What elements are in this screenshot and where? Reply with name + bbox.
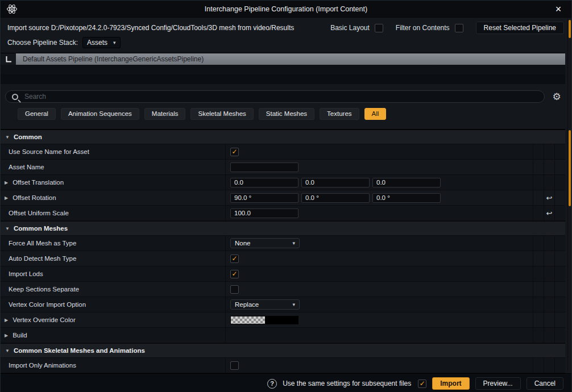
property-row-offset-rotation: ▶ Offset Rotation ↩ — [1, 190, 565, 206]
grid-cell — [554, 236, 565, 251]
offset-translation-y-input[interactable] — [301, 178, 370, 187]
collapse-arrow-icon: ▼ — [5, 226, 10, 231]
tab-textures[interactable]: Textures — [320, 108, 359, 120]
pipeline-list-item-selected[interactable]: Default Assets Pipeline (InterchangeGene… — [1, 53, 565, 65]
grid-cell — [554, 297, 565, 312]
property-row-auto-detect-mesh-type: Auto Detect Mesh Type ✓ — [1, 251, 565, 266]
keep-sections-separate-checkbox[interactable]: ✓ — [230, 285, 239, 294]
collapse-arrow-icon: ▼ — [5, 135, 10, 140]
section-common-meshes[interactable]: ▼ Common Meshes — [1, 221, 565, 236]
import-source-path: Import source D:/Pixotope/24.2.0-7923/Sy… — [7, 24, 294, 32]
grid-cell — [544, 236, 554, 251]
basic-layout-label: Basic Layout — [330, 24, 370, 32]
vertex-color-import-option-dropdown[interactable]: Replace ▾ — [230, 299, 300, 310]
grid-cell — [554, 358, 565, 373]
grid-cell — [544, 175, 554, 190]
grid-cell — [554, 175, 565, 190]
offset-translation-z-input[interactable] — [372, 178, 441, 187]
import-button[interactable]: Import — [432, 377, 469, 390]
grid-cell — [554, 160, 565, 174]
footer-bar: ? Use the same settings for subsequent f… — [1, 373, 571, 392]
reset-to-default-icon[interactable]: ↩ — [546, 194, 553, 202]
offset-uniform-scale-input[interactable] — [230, 208, 299, 218]
grid-cell — [544, 251, 554, 266]
asset-name-input[interactable] — [230, 162, 299, 172]
tab-skeletal-meshes[interactable]: Skeletal Meshes — [190, 108, 253, 120]
app-logo-atom-icon — [6, 3, 18, 15]
offset-rotation-y-input[interactable] — [301, 193, 370, 203]
property-label: Import Only Animations — [9, 362, 76, 369]
grid-cell — [533, 206, 544, 220]
reset-selected-pipeline-button[interactable]: Reset Selected Pipeline — [476, 22, 564, 34]
section-common[interactable]: ▼ Common — [1, 130, 565, 144]
check-icon: ✓ — [231, 255, 237, 262]
help-icon[interactable]: ? — [267, 379, 277, 389]
preview-button[interactable]: Preview... — [475, 377, 521, 390]
grid-cell — [554, 144, 565, 159]
property-row-vertex-override-color: ▶ Vertex Override Color — [1, 312, 565, 328]
property-row-force-all-mesh-as-type: Force All Mesh as Type None ▾ — [1, 236, 565, 251]
reset-to-default-icon[interactable]: ↩ — [546, 210, 553, 217]
property-row-build: ▶ Build — [1, 328, 565, 343]
pipeline-list-panel: Default Assets Pipeline (InterchangeGene… — [1, 53, 565, 84]
search-input[interactable] — [23, 92, 538, 101]
chevron-down-icon: ▾ — [113, 40, 116, 45]
offset-rotation-z-input[interactable] — [372, 193, 441, 203]
filter-on-contents-label: Filter on Contents — [396, 24, 450, 32]
vertex-override-color-swatch[interactable] — [230, 316, 299, 324]
tab-all[interactable]: All — [364, 108, 387, 120]
auto-detect-mesh-type-checkbox[interactable]: ✓ — [230, 255, 239, 263]
subsequent-files-checkbox[interactable]: ✓ — [418, 380, 426, 388]
grid-cell — [544, 297, 554, 312]
force-mesh-type-dropdown[interactable]: None ▾ — [230, 238, 300, 248]
choose-pipeline-stack-label: Choose Pipeline Stack: — [7, 39, 78, 47]
property-label: Import Lods — [9, 270, 43, 277]
property-row-import-only-animations: Import Only Animations ✓ — [1, 358, 565, 373]
search-box[interactable] — [5, 90, 545, 103]
expand-arrow-icon[interactable]: ▶ — [5, 318, 8, 323]
section-common-skeletal-meshes-and-animations[interactable]: ▼ Common Skeletal Meshes and Animations — [1, 343, 565, 358]
property-label: Offset Translation — [13, 179, 64, 186]
tab-materials[interactable]: Materials — [144, 108, 186, 120]
expand-arrow-icon[interactable]: ▶ — [5, 333, 8, 338]
expand-arrow-icon[interactable]: ▶ — [5, 180, 8, 185]
gear-icon[interactable]: ⚙ — [549, 92, 564, 102]
grid-cell — [554, 251, 565, 266]
grid-cell — [533, 297, 544, 312]
section-title: Common — [14, 134, 42, 140]
close-icon[interactable]: × — [551, 4, 566, 14]
cancel-button[interactable]: Cancel — [527, 377, 563, 390]
tab-general[interactable]: General — [18, 108, 56, 120]
check-icon: ✓ — [231, 148, 237, 155]
property-row-asset-name: Asset Name — [1, 160, 565, 175]
property-row-keep-sections-separate: Keep Sections Separate ✓ — [1, 282, 565, 297]
property-label: Auto Detect Mesh Type — [9, 255, 76, 262]
vertical-scrollbar[interactable] — [567, 18, 571, 371]
property-label: Build — [13, 332, 27, 339]
pipeline-stack-dropdown[interactable]: Assets ▾ — [82, 37, 121, 48]
category-tabs: General Animation Sequences Materials Sk… — [1, 105, 571, 122]
import-only-animations-checkbox[interactable]: ✓ — [230, 361, 239, 370]
grid-cell — [544, 328, 554, 343]
expand-arrow-icon[interactable]: ▶ — [5, 195, 8, 201]
offset-translation-x-input[interactable] — [230, 178, 299, 187]
property-label: Vertex Color Import Option — [9, 301, 86, 308]
basic-layout-checkbox[interactable]: ✓ — [375, 24, 383, 32]
use-source-name-checkbox[interactable]: ✓ — [230, 148, 239, 156]
grid-cell: ↩ — [544, 190, 554, 205]
grid-cell — [533, 190, 544, 205]
dropdown-value: Replace — [235, 301, 259, 308]
interchange-pipeline-dialog: Interchange Pipeline Configuration (Impo… — [0, 0, 572, 392]
grid-cell — [554, 328, 565, 343]
tab-static-meshes[interactable]: Static Meshes — [259, 108, 314, 120]
import-lods-checkbox[interactable]: ✓ — [230, 270, 239, 278]
tab-animation-sequences[interactable]: Animation Sequences — [61, 108, 139, 120]
scrollbar-thumb[interactable] — [569, 20, 571, 38]
offset-rotation-x-input[interactable] — [230, 193, 299, 203]
property-label: Force All Mesh as Type — [9, 240, 76, 247]
toolbar-row-2: Choose Pipeline Stack: Assets ▾ — [1, 35, 571, 49]
filter-on-contents-checkbox[interactable]: ✓ — [455, 24, 463, 32]
pipeline-stack-value: Assets — [87, 39, 107, 47]
grid-cell — [533, 266, 544, 281]
scrollbar-thumb[interactable] — [569, 130, 571, 206]
